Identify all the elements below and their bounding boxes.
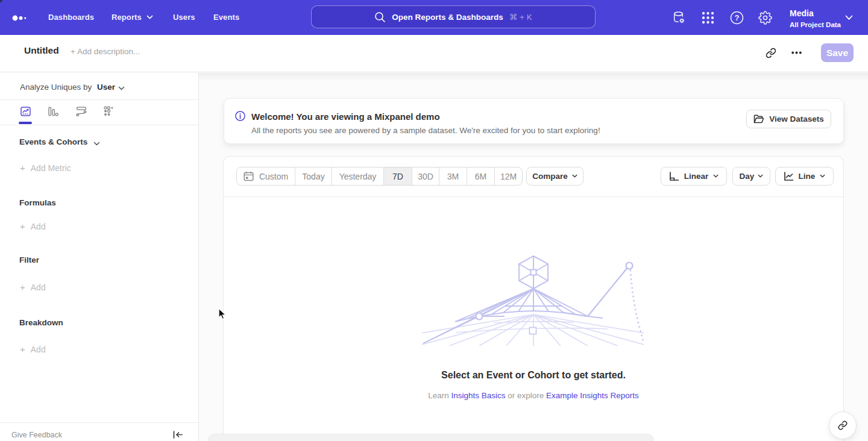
svg-text:?: ?	[735, 13, 740, 22]
